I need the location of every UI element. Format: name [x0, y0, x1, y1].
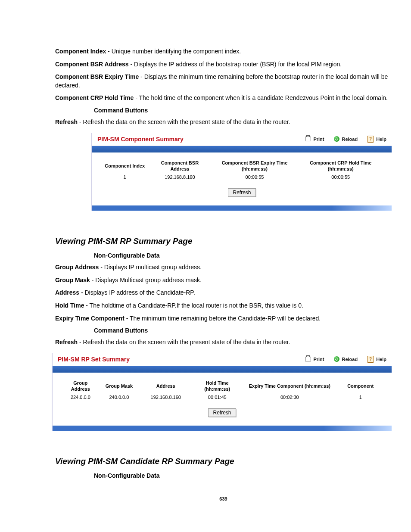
col-address: Address — [138, 379, 193, 394]
cell-group-address: 224.0.0.0 — [61, 393, 100, 404]
def-expiry-time-component: Expiry Time Component - The minimum time… — [55, 314, 392, 323]
component-summary-table: Component Index Component BSR Address Co… — [101, 159, 383, 184]
help-button[interactable]: ?Help — [367, 356, 386, 363]
print-button[interactable]: Print — [305, 136, 324, 142]
print-icon — [305, 136, 311, 142]
help-button[interactable]: ?Help — [367, 136, 386, 143]
reload-icon — [333, 136, 339, 142]
heading-command-buttons-2: Command Buttons — [94, 327, 392, 334]
rp-set-summary-table: Group Address Group Mask Address Hold Ti… — [61, 379, 383, 404]
panel-header-bar — [92, 146, 392, 152]
cell-bsr-address: 192.168.8.160 — [149, 173, 211, 184]
heading-rp-summary: Viewing PIM-SM RP Summary Page — [55, 236, 392, 246]
def-component-index: Component Index - Unique number identify… — [55, 47, 392, 56]
panel-pim-sm-component-summary: PIM-SM Component Summary Print Reload ?H… — [91, 133, 392, 211]
col-bsr-address: Component BSR Address — [149, 159, 211, 174]
cell-hold-time: 00:01:45 — [193, 393, 241, 404]
def-group-mask: Group Mask - Displays Multicast group ad… — [55, 276, 392, 285]
help-icon: ? — [367, 136, 374, 143]
panel-footer-bar — [53, 426, 392, 431]
col-component-index: Component Index — [101, 159, 149, 174]
def-address: Address - Displays IP address of the Can… — [55, 289, 392, 297]
cell-address: 192.168.8.160 — [138, 393, 193, 404]
panel-pim-sm-rp-set-summary: PIM-SM RP Set Summary Print Reload ?Help… — [52, 353, 392, 431]
reload-button[interactable]: Reload — [333, 356, 358, 362]
table-header-row: Component Index Component BSR Address Co… — [101, 159, 383, 174]
cell-crp-hold: 00:00:55 — [298, 173, 383, 184]
panel-title: PIM-SM Component Summary — [97, 136, 296, 143]
col-component: Component — [338, 379, 383, 394]
def-component-bsr-expiry: Component BSR Expiry Time - Displays the… — [55, 73, 392, 90]
print-button[interactable]: Print — [305, 356, 324, 362]
panel-footer-bar — [92, 205, 392, 211]
cell-index: 1 — [101, 173, 149, 184]
panel-title: PIM-SM RP Set Summary — [58, 356, 296, 363]
cell-group-mask: 240.0.0.0 — [100, 393, 139, 404]
table-header-row: Group Address Group Mask Address Hold Ti… — [61, 379, 383, 394]
help-icon: ? — [367, 356, 374, 363]
col-bsr-expiry: Component BSR Expiry Time (hh:mm:ss) — [211, 159, 298, 174]
panel-header-bar — [53, 366, 392, 373]
def-refresh-2: Refresh - Refresh the data on the screen… — [55, 338, 392, 347]
cell-expiry-time: 00:02:30 — [241, 393, 338, 404]
cell-component: 1 — [338, 393, 383, 404]
refresh-button[interactable]: Refresh — [208, 408, 236, 417]
page-number: 639 — [55, 496, 392, 501]
col-group-address: Group Address — [61, 379, 100, 394]
refresh-button[interactable]: Refresh — [228, 188, 255, 197]
col-crp-hold: Component CRP Hold Time (hh:mm:ss) — [298, 159, 383, 174]
print-icon — [305, 356, 311, 362]
reload-button[interactable]: Reload — [333, 136, 358, 142]
heading-command-buttons: Command Buttons — [94, 107, 392, 114]
def-group-address: Group Address - Displays IP multicast gr… — [55, 263, 392, 272]
col-hold-time: Hold Time (hh:mm:ss) — [193, 379, 241, 394]
def-component-crp-hold: Component CRP Hold Time - The hold time … — [55, 94, 392, 103]
panel-titlebar: PIM-SM RP Set Summary Print Reload ?Help — [53, 353, 392, 366]
col-expiry-time: Expiry Time Component (hh:mm:ss) — [241, 379, 338, 394]
cell-bsr-expiry: 00:00:55 — [211, 173, 298, 184]
heading-nonconfigurable: Non-Configurable Data — [94, 252, 392, 259]
def-hold-time: Hold Time - The holdtime of a Candidate-… — [55, 302, 392, 310]
reload-icon — [333, 356, 339, 362]
table-row: 224.0.0.0 240.0.0.0 192.168.8.160 00:01:… — [61, 393, 383, 404]
panel-titlebar: PIM-SM Component Summary Print Reload ?H… — [92, 133, 392, 146]
heading-nonconfigurable-2: Non-Configurable Data — [94, 472, 392, 479]
def-refresh: Refresh - Refresh the data on the screen… — [55, 118, 392, 127]
def-component-bsr-address: Component BSR Address - Displays the IP … — [55, 60, 392, 69]
table-row: 1 192.168.8.160 00:00:55 00:00:55 — [101, 173, 383, 184]
heading-candidate-rp-summary: Viewing PIM-SM Candidate RP Summary Page — [55, 457, 392, 466]
col-group-mask: Group Mask — [100, 379, 139, 394]
